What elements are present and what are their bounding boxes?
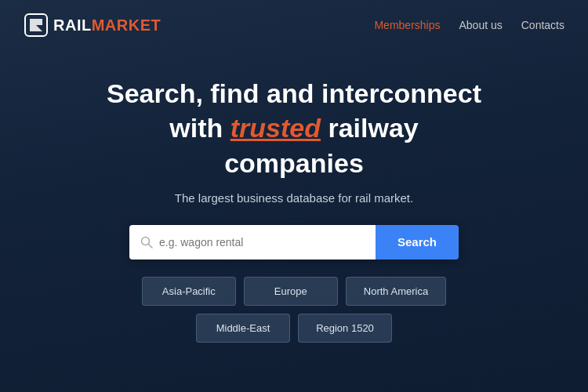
search-input-wrapper	[129, 225, 376, 260]
regions-row-2: Middle-East Region 1520	[196, 314, 392, 343]
logo-icon	[24, 13, 49, 38]
region-europe[interactable]: Europe	[244, 277, 338, 306]
region-north-america[interactable]: North America	[346, 277, 446, 306]
logo-market: MARKET	[92, 16, 162, 34]
hero-section: RAILMARKET Memberships About us Contacts…	[0, 0, 588, 392]
logo: RAILMARKET	[24, 13, 161, 38]
hero-title-line1: Search, find and interconnect	[107, 78, 481, 108]
regions-container: Asia-Pacific Europe North America Middle…	[142, 277, 446, 343]
search-button[interactable]: Search	[376, 225, 459, 260]
search-bar: Search	[129, 225, 459, 260]
trusted-word: trusted	[230, 113, 321, 143]
nav-about[interactable]: About us	[459, 19, 502, 31]
hero-subtitle: The largest business database for rail m…	[175, 191, 413, 205]
nav-contacts[interactable]: Contacts	[521, 19, 564, 31]
logo-rail: RAIL	[53, 16, 92, 34]
nav-memberships[interactable]: Memberships	[374, 19, 440, 31]
region-1520[interactable]: Region 1520	[298, 314, 392, 343]
logo-text: RAILMARKET	[53, 16, 161, 34]
search-icon	[140, 236, 153, 249]
navbar: RAILMARKET Memberships About us Contacts	[0, 0, 588, 50]
regions-row-1: Asia-Pacific Europe North America	[142, 277, 446, 306]
region-middle-east[interactable]: Middle-East	[196, 314, 290, 343]
search-input[interactable]	[159, 225, 365, 260]
nav-links: Memberships About us Contacts	[374, 19, 564, 31]
svg-line-2	[149, 244, 153, 248]
main-content: Search, find and interconnect with trust…	[0, 50, 588, 392]
hero-title: Search, find and interconnect with trust…	[107, 76, 481, 180]
region-asia-pacific[interactable]: Asia-Pacific	[142, 277, 236, 306]
hero-title-line2: with trusted railway	[169, 113, 418, 143]
hero-title-line3: companies	[224, 148, 364, 178]
